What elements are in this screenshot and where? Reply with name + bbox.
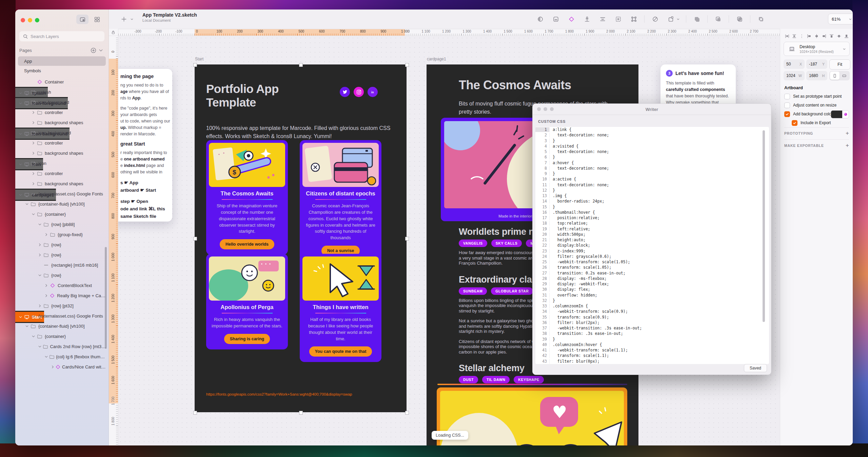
- zoom-window-button[interactable]: [35, 18, 39, 22]
- chevron-down-icon[interactable]: [24, 161, 29, 166]
- selection-handle[interactable]: [299, 63, 303, 67]
- layer-row[interactable]: {container}: [15, 331, 108, 341]
- layer-row[interactable]: Aa{externalasset.css} Google Fonts: [15, 189, 108, 199]
- layer-row[interactable]: {group-fixed}: [15, 229, 108, 240]
- code-line[interactable]: width:500px;: [550, 232, 586, 237]
- layer-row[interactable]: Cards/Nice Card with Image Li...: [15, 362, 108, 372]
- artboard-label-cardpage1[interactable]: cardpage1: [427, 57, 446, 61]
- code-line[interactable]: filter: grayscale(0.6);: [550, 254, 611, 259]
- writer-window[interactable]: Writer CUSTOM CSS 1a:link {2 text-decora…: [532, 103, 771, 375]
- intersect-icon[interactable]: [734, 14, 745, 24]
- code-line[interactable]: a:active {: [550, 177, 576, 182]
- layer-row[interactable]: icon-foreground: [15, 97, 108, 107]
- code-line[interactable]: transition: .3s ease-in-out;: [550, 331, 623, 336]
- tidy-up-icon[interactable]: [798, 33, 805, 39]
- artboard-preset-dropdown[interactable]: Desktop 1024×1024 (Resized): [784, 42, 850, 56]
- chevron-down-icon[interactable]: [37, 273, 42, 278]
- code-line[interactable]: a:link {: [550, 127, 571, 132]
- code-line[interactable]: text-decoration: none;: [550, 166, 609, 171]
- artboard-label-start[interactable]: Start: [195, 57, 203, 61]
- distribute-horizontal-icon[interactable]: [784, 33, 790, 39]
- code-line[interactable]: text-decoration: none;: [550, 183, 609, 187]
- resize-dropdown[interactable]: [666, 14, 680, 24]
- code-line[interactable]: height:auto;: [550, 237, 586, 242]
- distribute-icon[interactable]: [597, 14, 608, 24]
- layer-row[interactable]: background shapes: [15, 117, 108, 128]
- align-center-h-icon[interactable]: [813, 33, 820, 39]
- zoom-level-dropdown[interactable]: 61%: [828, 14, 853, 24]
- width-field[interactable]: 1024W: [784, 71, 805, 80]
- layer-row[interactable]: {container-fluid} [vh100]: [15, 199, 108, 209]
- vertical-ruler[interactable]: -10001002003004005006007008009001 0001 1…: [108, 36, 118, 445]
- code-line[interactable]: display:block;: [550, 243, 590, 248]
- layer-row[interactable]: {row} [pt32]: [15, 301, 108, 311]
- code-line[interactable]: filter: blur(2px);: [550, 320, 599, 325]
- sidebar-scrollbar[interactable]: [105, 247, 107, 349]
- search-input[interactable]: Search Layers: [19, 31, 104, 41]
- code-line[interactable]: transition: 0.2s ease-in-out;: [550, 271, 626, 275]
- difference-icon[interactable]: [756, 14, 766, 24]
- code-line[interactable]: }: [550, 138, 555, 143]
- fill-image-icon[interactable]: [551, 14, 561, 24]
- align-right-icon[interactable]: [821, 33, 827, 39]
- code-line[interactable]: }: [550, 205, 555, 209]
- checkbox-include-in-export[interactable]: Include in Export: [784, 118, 849, 127]
- code-scrollbar[interactable]: [763, 130, 765, 322]
- layer-row[interactable]: icon: [15, 158, 108, 168]
- checkbox-set-as-prototype-start-point[interactable]: Set as prototype start point: [784, 92, 849, 101]
- selection-handle[interactable]: [405, 237, 409, 241]
- chevron-down-icon[interactable]: [24, 130, 29, 135]
- code-line[interactable]: left:relative;: [550, 227, 590, 231]
- minimize-window-button[interactable]: [28, 18, 32, 22]
- background-color-swatch[interactable]: [831, 110, 849, 118]
- css-code-editor[interactable]: 1a:link {2 text-decoration: none;3}4a:vi…: [535, 127, 769, 364]
- code-line[interactable]: -webkit-transform: scale(0.9);: [550, 309, 628, 314]
- grid-view-icon[interactable]: [92, 14, 102, 24]
- add-page-icon[interactable]: [90, 45, 97, 55]
- chevron-down-icon[interactable]: [37, 344, 42, 349]
- layer-row[interactable]: {container-fluid} [vh100]: [15, 321, 108, 331]
- selection-handle[interactable]: [405, 411, 409, 415]
- layer-row[interactable]: controller: [15, 138, 108, 148]
- code-line[interactable]: a:hover {: [550, 160, 574, 165]
- code-line[interactable]: .thumbnail:hover {: [550, 210, 595, 215]
- selection-handle[interactable]: [193, 63, 197, 67]
- y-position-field[interactable]: -187Y: [806, 59, 827, 69]
- chevron-right-icon[interactable]: [31, 140, 36, 146]
- code-line[interactable]: }: [550, 298, 555, 303]
- chevron-right-icon[interactable]: [31, 151, 36, 156]
- selection-handle[interactable]: [193, 237, 197, 241]
- layer-row[interactable]: background shapes: [15, 148, 108, 158]
- code-line[interactable]: transform: scale(1.05);: [550, 265, 611, 270]
- ruler-lock-corner[interactable]: [108, 29, 118, 36]
- code-line[interactable]: text-decoration: none;: [550, 133, 609, 137]
- pages-collapse-icon[interactable]: [97, 45, 104, 55]
- chevron-down-icon[interactable]: [31, 334, 36, 339]
- slice-icon[interactable]: [650, 14, 660, 24]
- artboard-start[interactable]: Portfolio AppTemplate in 100% responsive…: [195, 64, 407, 412]
- code-line[interactable]: .columnzoomIn:hover {: [550, 342, 602, 347]
- horizontal-ruler[interactable]: -300-200-1000100200300400500600700800900…: [108, 29, 780, 36]
- tidy-icon[interactable]: [582, 14, 592, 24]
- code-line[interactable]: }: [550, 171, 555, 176]
- code-line[interactable]: -webkit-transform: scale(1.1);: [550, 348, 628, 353]
- layer-row[interactable]: {row}: [15, 240, 108, 250]
- code-line[interactable]: a:visited {: [550, 144, 578, 149]
- layer-row[interactable]: Really Big Image + Caption: [15, 290, 108, 301]
- add-prototyping-icon[interactable]: +: [846, 130, 849, 137]
- chevron-right-icon[interactable]: [31, 110, 36, 115]
- add-export-icon[interactable]: +: [846, 142, 849, 149]
- layer-row[interactable]: {container}: [15, 209, 108, 219]
- code-line[interactable]: }: [550, 155, 555, 159]
- chevron-down-icon[interactable]: [24, 202, 29, 207]
- code-line[interactable]: .columnzoomIn {: [550, 304, 588, 308]
- code-line[interactable]: transform: scale(0.9);: [550, 315, 609, 320]
- code-line[interactable]: }: [550, 337, 555, 342]
- orientation-toggle[interactable]: [829, 71, 850, 80]
- add-chevron-icon[interactable]: [130, 14, 134, 24]
- selection-handle[interactable]: [405, 63, 409, 67]
- checkbox-adjust-content-on-resize[interactable]: Adjust content on resize: [784, 101, 849, 110]
- chevron-down-icon[interactable]: [44, 354, 49, 359]
- code-line[interactable]: overflow: hidden;: [550, 293, 597, 298]
- prototyping-section[interactable]: PROTOTYPING+: [784, 127, 849, 139]
